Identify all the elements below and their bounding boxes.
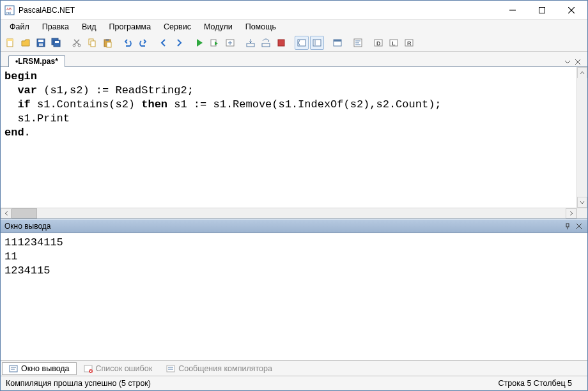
app-icon: ABnet [4, 5, 15, 15]
form-designer-button[interactable] [330, 36, 344, 50]
panel-toggle-1[interactable] [295, 36, 309, 50]
nav-forward-button[interactable] [172, 36, 186, 50]
svg-text:net: net [6, 11, 12, 15]
editor-vscroll[interactable] [576, 67, 587, 218]
step-into-button[interactable] [244, 36, 258, 50]
svg-rect-26 [278, 40, 284, 46]
code-format-button[interactable] [351, 36, 365, 50]
menu-help[interactable]: Помощь [239, 21, 282, 33]
nav-back-button[interactable] [157, 36, 171, 50]
help-l-button[interactable]: L [387, 36, 401, 50]
editor-area: begin var (s1,s2) := ReadString2; if s1.… [1, 67, 587, 219]
svg-rect-24 [247, 43, 254, 47]
file-tabs: •LRSM.pas* [1, 52, 587, 67]
bottom-tabs: Окно вывода Список ошибок Сообщения комп… [1, 361, 587, 376]
svg-text:D: D [376, 40, 381, 47]
svg-rect-48 [10, 365, 17, 372]
tabs-dropdown-icon[interactable] [563, 57, 572, 66]
help-r-button[interactable]: R [402, 36, 416, 50]
output-panel-title: Окно вывода [4, 222, 51, 231]
file-tab-active[interactable]: •LRSM.pas* [8, 55, 65, 67]
menu-file[interactable]: Файл [3, 21, 36, 33]
status-message: Компиляция прошла успешно (5 строк) [6, 379, 151, 388]
svg-rect-21 [107, 42, 111, 47]
svg-rect-28 [313, 40, 321, 46]
hscroll-thumb[interactable] [12, 208, 37, 218]
code-kw: begin [4, 70, 37, 82]
scroll-left-icon[interactable] [1, 208, 12, 218]
tabs-close-icon[interactable] [573, 57, 582, 66]
menu-view[interactable]: Вид [75, 21, 103, 33]
cut-button[interactable] [70, 36, 84, 50]
minimize-button[interactable] [498, 1, 527, 19]
svg-rect-27 [298, 40, 306, 46]
open-file-button[interactable] [19, 36, 33, 50]
copy-button[interactable] [85, 36, 99, 50]
svg-text:L: L [392, 40, 396, 47]
svg-text:R: R [407, 40, 412, 47]
svg-rect-18 [91, 41, 95, 47]
bottom-tab-output[interactable]: Окно вывода [2, 362, 77, 375]
step-over-button[interactable] [259, 36, 273, 50]
titlebar: ABnet PascalABC.NET [1, 1, 587, 20]
svg-rect-31 [334, 40, 341, 42]
panel-toggle-2[interactable] [310, 36, 324, 50]
bottom-tab-label: Сообщения компилятора [178, 364, 272, 373]
svg-rect-44 [566, 224, 569, 227]
editor-hscroll[interactable] [1, 208, 576, 218]
compiler-msg-icon [166, 364, 175, 373]
cursor-position: Строка 5 Столбец 5 [499, 379, 582, 388]
pin-icon[interactable] [563, 222, 572, 231]
code-editor[interactable]: begin var (s1,s2) := ReadString2; if s1.… [1, 67, 576, 208]
undo-button[interactable] [121, 36, 135, 50]
bottom-tab-label: Окно вывода [21, 364, 70, 373]
bottom-tab-errors[interactable]: Список ошибок [77, 362, 160, 375]
menu-edit[interactable]: Правка [36, 21, 75, 33]
menu-modules[interactable]: Модули [197, 21, 239, 33]
menubar: Файл Правка Вид Программа Сервис Модули … [1, 20, 587, 34]
save-button[interactable] [34, 36, 48, 50]
svg-rect-14 [55, 41, 59, 43]
help-d-button[interactable]: D [371, 36, 385, 50]
run-button[interactable] [192, 36, 206, 50]
menu-service[interactable]: Сервис [157, 21, 197, 33]
close-button[interactable] [557, 1, 586, 19]
redo-button[interactable] [136, 36, 150, 50]
compile-button[interactable] [223, 36, 237, 50]
toolbar: D L R [1, 34, 587, 52]
scroll-up-icon[interactable] [577, 67, 587, 78]
scroll-down-icon[interactable] [577, 197, 587, 208]
svg-rect-20 [105, 39, 109, 41]
code-kw: var [17, 84, 37, 96]
bottom-tab-label: Список ошибок [96, 364, 153, 373]
new-file-button[interactable] [3, 36, 17, 50]
svg-rect-8 [7, 39, 13, 41]
code-kw: then [141, 98, 167, 111]
code-kw: if [17, 98, 30, 111]
svg-rect-11 [39, 43, 43, 46]
save-all-button[interactable] [49, 36, 63, 50]
code-kw: end [4, 126, 24, 139]
paste-button[interactable] [100, 36, 114, 50]
svg-rect-25 [262, 43, 270, 47]
output-icon [9, 364, 18, 373]
output-content[interactable]: 111234115 11 1234115 [1, 233, 587, 361]
run-alt-button[interactable] [208, 36, 222, 50]
svg-rect-10 [38, 40, 43, 42]
svg-rect-55 [167, 365, 174, 372]
panel-close-icon[interactable] [575, 222, 584, 231]
svg-rect-4 [539, 7, 545, 13]
maximize-button[interactable] [527, 1, 557, 19]
statusbar: Компиляция прошла успешно (5 строк) Стро… [1, 376, 587, 390]
window-title: PascalABC.NET [19, 6, 75, 15]
bottom-tab-compiler[interactable]: Сообщения компилятора [159, 362, 279, 375]
errors-icon [84, 364, 93, 373]
scroll-right-icon[interactable] [566, 208, 576, 218]
menu-program[interactable]: Программа [103, 21, 158, 33]
stop-button[interactable] [274, 36, 288, 50]
output-panel-header: Окно вывода [1, 219, 587, 233]
